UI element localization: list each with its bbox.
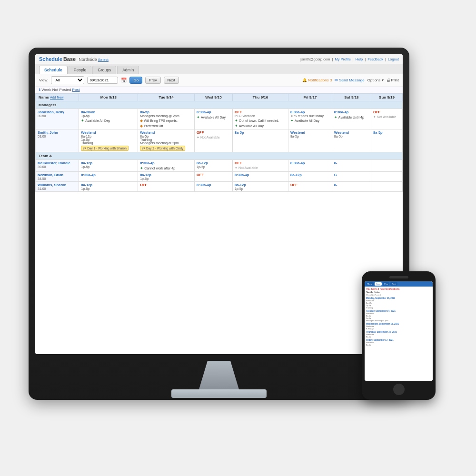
table-row: Johnston, Kelly39.508a-Noon1p-5p✦Availab… (36, 109, 403, 129)
shift-cell: 8:30a-4p (195, 182, 233, 192)
phone-app-header: Menu Save Prev Next (365, 281, 433, 287)
col-thu: Thu 9/16 (232, 94, 288, 101)
shift-cell: 8a-5pManagers meeting @ 2pm◆Will Bring T… (138, 109, 195, 129)
schedule-table: Name Add New Mon 9/13 Tue 9/14 Wed 9/15 … (35, 93, 403, 354)
phone-content: You have 3 new Notifications Smith, John… (365, 287, 433, 381)
monitor: ScheduleBase Northside Select jsmith@gco… (29, 48, 409, 400)
col-sun: Sun 9/19 (371, 94, 403, 101)
avail-icon: ◆ (140, 119, 143, 123)
header-user: jsmith@gcorp.com (300, 57, 330, 61)
view-select[interactable]: All (51, 76, 84, 84)
info-icon: ℹ (39, 88, 40, 92)
shift-cell: Westend8a-5p (288, 129, 332, 152)
org-name: Northside (79, 57, 97, 62)
table-row: Williams, Sharon31.008a-12p1p-5pOFF8:30a… (36, 182, 403, 192)
col-name: Name Add New (36, 94, 79, 101)
employee-name[interactable]: Smith, John53.00 (36, 129, 79, 152)
shift-cell: OFF✦ Not Available (195, 129, 233, 152)
phone-notif: You have 3 new Notifications (366, 288, 431, 290)
monitor-stand (190, 361, 248, 389)
shift-cell: OFF (138, 182, 195, 192)
group-row: Team A (36, 152, 403, 160)
phone-menu-btn[interactable]: Menu (366, 282, 374, 286)
shift-cell: 8a-12p1p-5p (79, 160, 138, 172)
phone-next-btn[interactable]: Next (390, 282, 397, 286)
calendar-icon[interactable]: 📅 (121, 78, 127, 83)
header-help[interactable]: Help (356, 57, 363, 61)
shift-cell: 8a-12p1p-5p (232, 182, 288, 192)
header-myprofile[interactable]: My Profile (335, 57, 350, 61)
employee-name[interactable]: Johnston, Kelly39.50 (36, 109, 79, 129)
shift-cell: OFFPTO Vacation✦Out of town. Call if nee… (232, 109, 288, 129)
envelope-icon: ✉ (335, 78, 338, 82)
phone-day-1: Monday, September 13, 2021 Northside 8a-… (366, 297, 431, 309)
shift-cell: OFF (288, 182, 332, 192)
phone-day-4: Thursday, September 16, 2021 Northside 8… (366, 331, 431, 338)
phone-home-button[interactable] (393, 384, 405, 395)
header-right: jsmith@gcorp.com | My Profile | Help | F… (300, 57, 399, 61)
toolbar-right: 🔔 Notifications 3 ✉ Send Message Options… (302, 78, 399, 82)
table-row: Smith, John53.00Westend8a-12p1p-5pTraini… (36, 129, 403, 152)
header-feedback[interactable]: Feedback (367, 57, 383, 61)
employee-name[interactable]: Williams, Sharon31.00 (36, 182, 79, 192)
notifications[interactable]: 🔔 Notifications 3 (302, 78, 332, 82)
shift-cell: 8:30a-4pTPS reports due today.✦Available… (288, 109, 332, 129)
tab-people[interactable]: People (69, 66, 91, 74)
post-link[interactable]: Post (72, 88, 80, 92)
next-button[interactable]: Next (164, 77, 179, 84)
working-tag: 🏷 Day 1 - Working with Sharon (81, 146, 128, 151)
shift-cell (371, 160, 403, 172)
add-new-link[interactable]: Add New (50, 96, 63, 99)
printer-icon: 🖨 (387, 78, 390, 82)
employee-name[interactable]: Newman, Brian34.50 (36, 172, 79, 182)
shift-cell: 8a-5p (371, 129, 403, 152)
go-button[interactable]: Go (129, 77, 142, 84)
shift-cell (371, 182, 403, 192)
app: ScheduleBase Northside Select jsmith@gco… (35, 54, 403, 354)
schedule-grid: Name Add New Mon 9/13 Tue 9/14 Wed 9/15 … (35, 93, 403, 192)
shift-cell: Westend8a-5p (332, 129, 371, 152)
shift-cell: 8:30a-4p✦Cannot work after 4p (138, 160, 195, 172)
select-link[interactable]: Select (98, 58, 109, 62)
phone-prev-btn[interactable]: Prev (383, 282, 389, 286)
col-wed: Wed 9/15 (195, 94, 233, 101)
phone-day-2: Tuesday, September 14, 2021 Westend 8a-5… (366, 310, 431, 322)
phone-app: Menu Save Prev Next You have 3 new Notif… (365, 281, 433, 381)
table-row: McCallister, Randie39.008a-12p1p-5p8:30a… (36, 160, 403, 172)
avail-icon: ◆ (140, 124, 143, 128)
shift-cell: OFF✦ Not Available (371, 109, 403, 129)
date-input[interactable] (87, 77, 118, 84)
header-sep: | (332, 57, 333, 61)
shift-cell: 8:30a-4p✦Available Until 4p (332, 109, 371, 129)
phone-day-5: Friday, September 17, 2021 Westend 8a-5p (366, 339, 431, 346)
shift-cell: 8a-12p1p-5p (195, 160, 233, 172)
employee-name[interactable]: McCallister, Randie39.00 (36, 160, 79, 172)
phone-week: Week Not Posted (366, 294, 431, 296)
working-tag: 🏷 Day 2 - Working with Cindy (140, 146, 185, 151)
shift-cell: Westend8a-5pTrainingManagers meeting at … (138, 129, 195, 152)
col-tue: Tue 9/14 (138, 94, 195, 101)
tab-groups[interactable]: Groups (92, 66, 116, 74)
avail-icon: ✦ (197, 115, 200, 119)
header-logout[interactable]: Logout (388, 57, 399, 61)
phone-day-3: Wednesday, September 15, 2021 Northside … (366, 323, 431, 330)
avail-icon: ✦ (140, 166, 143, 170)
avail-icon: ✦ (235, 124, 238, 128)
prev-button[interactable]: Prev (145, 77, 160, 84)
options-button[interactable]: Options ▾ (367, 78, 384, 82)
tab-schedule[interactable]: Schedule (39, 66, 68, 74)
tab-admin[interactable]: Admin (117, 66, 139, 74)
logo-schedule: Schedule (39, 56, 62, 62)
shift-cell: Westend8a-12p1p-5pTraining🏷 Day 1 - Work… (79, 129, 138, 152)
shift-cell: 8a-12p (288, 172, 332, 182)
shift-cell: 8a-12p1p-5p (79, 182, 138, 192)
send-message-btn[interactable]: ✉ Send Message (335, 78, 364, 82)
phone-screen: Menu Save Prev Next You have 3 new Notif… (365, 281, 433, 381)
print-button[interactable]: 🖨 Print (387, 78, 399, 82)
col-fri: Fri 9/17 (288, 94, 332, 101)
shift-cell: 8a-Noon1p-5p✦Available All Day (79, 109, 138, 129)
phone-save-btn[interactable]: Save (375, 282, 382, 286)
shift-cell: 8:30a-4p (79, 172, 138, 182)
avail-icon: ✦ (290, 119, 294, 123)
shift-cell (371, 172, 403, 182)
